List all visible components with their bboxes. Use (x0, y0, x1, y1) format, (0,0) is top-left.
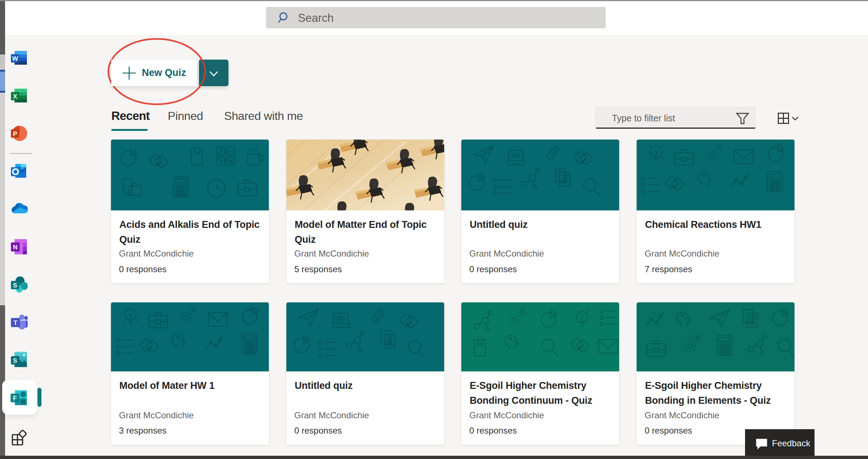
svg-text:W: W (12, 55, 18, 62)
svg-text:P: P (13, 130, 17, 137)
svg-text:S: S (13, 282, 17, 289)
svg-text:F: F (13, 395, 17, 402)
svg-text:N: N (13, 244, 17, 251)
svg-text:X: X (13, 93, 17, 100)
svg-text:S: S (13, 357, 17, 364)
svg-text:T: T (13, 319, 17, 326)
